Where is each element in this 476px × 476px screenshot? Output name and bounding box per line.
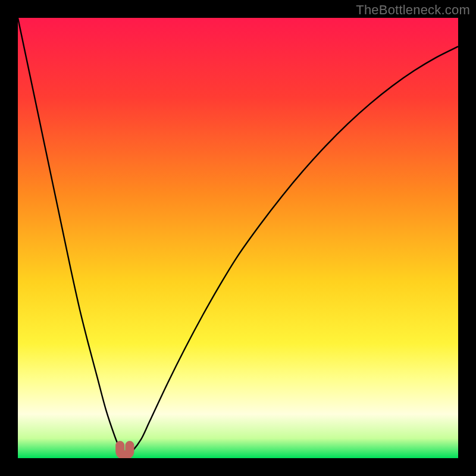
plot-area [18, 18, 458, 458]
bottleneck-chart [18, 18, 458, 458]
watermark-text: TheBottleneck.com [356, 2, 470, 18]
chart-frame: TheBottleneck.com [0, 0, 476, 476]
gradient-background [18, 18, 458, 458]
